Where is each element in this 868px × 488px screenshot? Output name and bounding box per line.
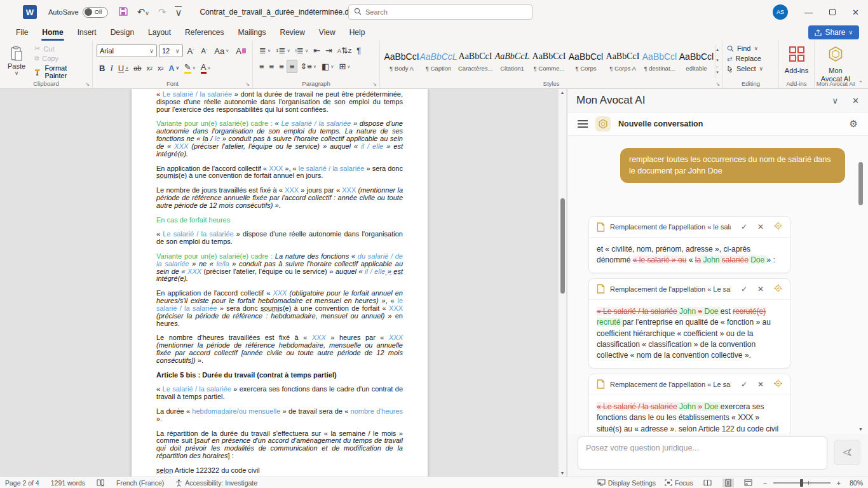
addins-button[interactable] — [789, 46, 805, 65]
focus-button[interactable]: Focus — [665, 479, 693, 487]
style-gallery-item[interactable]: AaBbCcI¶ Comme... — [531, 44, 567, 76]
styles-gallery-more-icon[interactable]: ▾ — [716, 67, 719, 78]
align-right-button[interactable]: ≡ — [276, 60, 287, 72]
panel-collapse-icon[interactable]: ∨ — [832, 96, 839, 105]
document-title[interactable]: Contrat_de_travail_à_durée_indéterminée.… — [200, 8, 369, 17]
document-page[interactable]: « Le salarié / la salariée » dont la dur… — [132, 89, 428, 477]
subscript-button[interactable]: x2 — [144, 63, 155, 73]
read-mode-button[interactable] — [702, 478, 714, 487]
accept-icon[interactable]: ✓ — [741, 380, 747, 389]
strikethrough-button[interactable]: ab — [131, 63, 144, 73]
reject-icon[interactable]: ✕ — [757, 380, 764, 389]
font-size-combo[interactable]: 12∨ — [159, 44, 183, 57]
find-button[interactable]: Find∨ — [727, 44, 775, 52]
scrollbar-thumb[interactable] — [560, 198, 565, 294]
menu-icon[interactable] — [578, 120, 588, 121]
doc-paragraph[interactable]: En application de l'accord collectif « X… — [156, 290, 403, 327]
mon-avocat-ai-button[interactable] — [827, 46, 844, 65]
doc-paragraph[interactable]: La durée « hebdomadaire/ou mensuelle » d… — [156, 408, 403, 423]
customize-toolbar-icon[interactable]: ∨ — [175, 6, 182, 18]
underline-button[interactable]: U∨ — [116, 62, 132, 74]
font-color-button[interactable]: A∨ — [198, 61, 214, 75]
search-bar[interactable] — [348, 4, 532, 20]
highlight-color-button[interactable]: ✎∨ — [182, 61, 198, 75]
tab-review[interactable]: Review — [273, 25, 311, 39]
doc-paragraph[interactable]: Article 5 bis : Durée du travail (contra… — [156, 372, 403, 379]
tab-view[interactable]: View — [312, 25, 342, 39]
user-avatar[interactable]: AS — [773, 4, 788, 20]
align-center-button[interactable]: ≡ — [267, 60, 277, 72]
web-layout-button[interactable] — [743, 478, 754, 487]
text-effects-button[interactable]: A∨ — [166, 62, 182, 74]
superscript-button[interactable]: x2 — [155, 63, 166, 73]
tab-references[interactable]: References — [178, 25, 231, 39]
style-gallery-item[interactable]: AaBbCcleditable — [679, 44, 714, 76]
style-gallery-item[interactable]: AaBbCcI¶ Body A — [384, 44, 419, 76]
bold-button[interactable]: B — [97, 62, 107, 74]
locate-icon[interactable] — [774, 222, 782, 232]
increase-indent-button[interactable]: ⇥ — [323, 44, 335, 57]
accept-icon[interactable]: ✓ — [741, 222, 747, 231]
font-dialog-launcher[interactable]: ↘ — [245, 81, 250, 87]
autosave-control[interactable]: AutoSave Off — [48, 7, 108, 18]
clear-formatting-button[interactable]: A — [233, 45, 248, 57]
doc-paragraph[interactable]: Le nombre de jours travaillés est fixé à… — [156, 187, 403, 209]
undo-icon[interactable]: ↶∨ — [137, 6, 149, 18]
doc-paragraph[interactable]: En application de l'accord collectif « X… — [156, 165, 403, 180]
bullet-list-button[interactable]: ≣∨ — [257, 44, 273, 57]
grow-font-button[interactable]: Aˆ — [185, 45, 197, 57]
tab-design[interactable]: Design — [104, 25, 141, 39]
style-gallery-item[interactable]: AaBbCcI¶ Corps A — [605, 44, 641, 76]
styles-scroll-up-icon[interactable]: ▴ — [716, 44, 719, 55]
clipboard-dialog-launcher[interactable]: ↘ — [85, 81, 90, 87]
font-name-combo[interactable]: Arial∨ — [97, 44, 157, 57]
document-scrollbar[interactable]: ▲ ▼ — [558, 89, 566, 477]
tab-help[interactable]: Help — [342, 25, 372, 39]
reject-icon[interactable]: ✕ — [757, 222, 764, 231]
locate-icon[interactable] — [774, 284, 782, 294]
share-button[interactable]: Share ∨ — [808, 25, 859, 39]
styles-scroll-down-icon[interactable]: ▾ — [716, 55, 719, 66]
doc-paragraph[interactable]: Variante pour un(e) salarié(e) cadre : L… — [156, 253, 403, 283]
zoom-slider[interactable] — [773, 482, 831, 484]
paragraph-dialog-launcher[interactable]: ↘ — [372, 81, 377, 87]
settings-gear-icon[interactable]: ⚙ — [850, 118, 858, 130]
accessibility-status[interactable]: Accessibility: Investigate — [175, 479, 257, 487]
select-button[interactable]: Select∨ — [727, 65, 775, 72]
word-count[interactable]: 1291 words — [51, 479, 85, 487]
zoom-out-button[interactable]: − — [763, 479, 767, 487]
collapse-ribbon-icon[interactable]: ⌃ — [858, 80, 863, 86]
cut-button[interactable]: ✂Cut — [34, 44, 88, 53]
justify-button[interactable]: ≡ — [287, 60, 298, 73]
tab-layout[interactable]: Layout — [141, 25, 178, 39]
redo-icon[interactable]: ↷ — [158, 6, 166, 18]
chat-scroll-down-icon[interactable]: ▼ — [858, 427, 863, 431]
italic-button[interactable]: I — [107, 62, 115, 74]
tab-file[interactable]: File — [9, 25, 35, 39]
locate-icon[interactable] — [774, 379, 782, 390]
zoom-in-button[interactable]: + — [837, 479, 841, 487]
tab-home[interactable]: Home — [35, 25, 70, 39]
chat-scrollbar-thumb[interactable] — [858, 162, 863, 205]
change-case-button[interactable]: Aa∨ — [212, 45, 231, 57]
shrink-font-button[interactable]: Aˇ — [199, 46, 210, 56]
doc-paragraph[interactable]: selon Article 122322 du code civil — [156, 467, 403, 475]
paste-button[interactable]: Paste ∨ — [4, 44, 29, 78]
style-gallery-item[interactable]: AaBbCcl¶ Corps — [568, 44, 604, 76]
panel-close-icon[interactable]: ✕ — [852, 96, 859, 105]
multilevel-list-button[interactable]: ⁝≣∨ — [293, 44, 311, 57]
sort-button[interactable]: A⇅Z — [335, 44, 354, 57]
tab-insert[interactable]: Insert — [71, 25, 104, 39]
show-formatting-marks-button[interactable]: ¶ — [354, 44, 363, 57]
doc-paragraph[interactable]: « Le salarié / la salariée » dispose d'u… — [156, 231, 403, 246]
print-layout-button[interactable] — [722, 478, 734, 487]
style-gallery-item[interactable]: AaBbCcL¶ Caption — [421, 44, 456, 76]
tab-mailings[interactable]: Mailings — [231, 25, 273, 39]
shading-button[interactable]: ◧∨ — [319, 60, 336, 72]
align-left-button[interactable]: ≡ — [257, 60, 267, 72]
doc-paragraph[interactable]: La répartition de la durée du travail s'… — [156, 430, 403, 460]
style-gallery-item[interactable]: AaBbCcICaractères... — [458, 44, 493, 76]
language-indicator[interactable]: French (France) — [116, 479, 164, 487]
autosave-toggle[interactable]: Off — [83, 7, 108, 18]
send-button[interactable] — [834, 440, 860, 465]
